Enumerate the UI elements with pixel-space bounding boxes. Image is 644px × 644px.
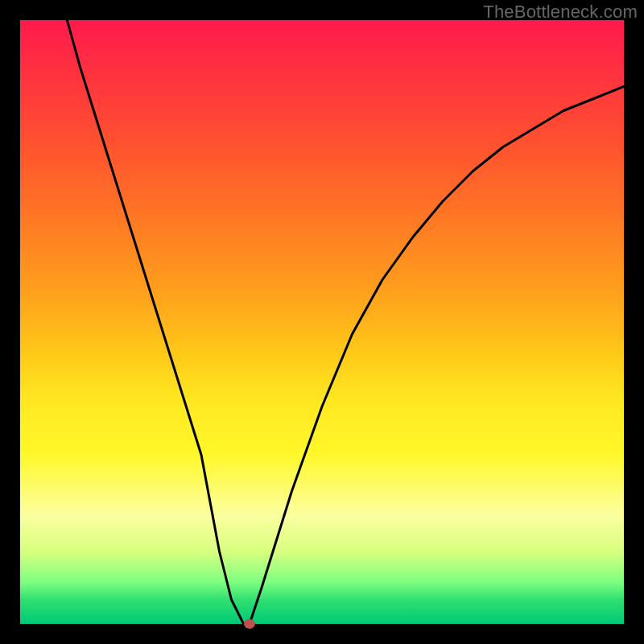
chart-frame: TheBottleneck.com xyxy=(0,0,644,644)
bottleneck-curve xyxy=(20,20,624,624)
optimum-marker xyxy=(244,619,255,629)
curve-svg xyxy=(20,20,624,624)
plot-area xyxy=(20,20,624,624)
